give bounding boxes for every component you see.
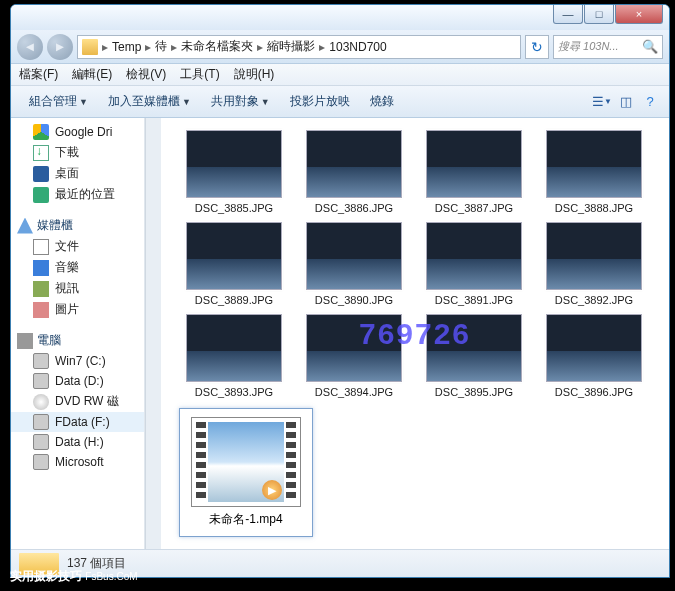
file-item[interactable]: DSC_3895.JPG (419, 314, 529, 398)
drive-icon (33, 414, 49, 430)
sidebar-item[interactable]: 下載 (11, 142, 144, 163)
sidebar-item[interactable]: FData (F:) (11, 412, 144, 432)
file-item-selected[interactable]: ▶ 未命名-1.mp4 (179, 408, 313, 537)
sidebar-item-label: Data (D:) (55, 374, 104, 388)
pc-icon (17, 333, 33, 349)
preview-pane-button[interactable]: ◫ (615, 91, 637, 113)
file-label: DSC_3890.JPG (299, 294, 409, 306)
menu-edit[interactable]: 編輯(E) (72, 66, 112, 83)
drive-icon (33, 454, 49, 470)
image-thumbnail (546, 314, 642, 382)
sidebar-item[interactable]: Data (D:) (11, 371, 144, 391)
sidebar-item[interactable]: 文件 (11, 236, 144, 257)
sidebar-item[interactable]: 音樂 (11, 257, 144, 278)
sidebar-item[interactable]: 圖片 (11, 299, 144, 320)
pic-icon (33, 302, 49, 318)
crumb[interactable]: Temp (108, 40, 145, 54)
breadcrumb[interactable]: ▸ Temp▸ 待▸ 未命名檔案夾▸ 縮時攝影▸ 103ND700 (77, 35, 521, 59)
back-button[interactable]: ◄ (17, 34, 43, 60)
forward-button[interactable]: ► (47, 34, 73, 60)
organize-button[interactable]: 組合管理▼ (19, 90, 98, 113)
body: Google Dri下載桌面最近的位置媒體櫃文件音樂視訊圖片電腦Win7 (C:… (11, 118, 669, 549)
menu-file[interactable]: 檔案(F) (19, 66, 58, 83)
maximize-button[interactable]: □ (584, 5, 614, 24)
file-item[interactable]: DSC_3891.JPG (419, 222, 529, 306)
doc-icon (33, 239, 49, 255)
file-item[interactable]: DSC_3892.JPG (539, 222, 649, 306)
sidebar-item-label: FData (F:) (55, 415, 110, 429)
sidebar-item[interactable]: Google Dri (11, 122, 144, 142)
sidebar-item-label: 最近的位置 (55, 186, 115, 203)
sidebar-item-label: 下載 (55, 144, 79, 161)
explorer-window: — □ × ◄ ► ▸ Temp▸ 待▸ 未命名檔案夾▸ 縮時攝影▸ 103ND… (10, 4, 670, 578)
content-pane[interactable]: DSC_3885.JPG DSC_3886.JPG DSC_3887.JPG D… (161, 118, 669, 549)
file-item[interactable]: DSC_3885.JPG (179, 130, 289, 214)
desk-icon (33, 166, 49, 182)
file-item[interactable]: DSC_3896.JPG (539, 314, 649, 398)
crumb[interactable]: 縮時攝影 (263, 38, 319, 55)
sidebar-header[interactable]: 媒體櫃 (11, 215, 144, 236)
video-thumbnail: ▶ (191, 417, 301, 507)
sidebar-item[interactable]: Microsoft (11, 452, 144, 472)
crumb[interactable]: 103ND700 (325, 40, 390, 54)
menu-help[interactable]: 說明(H) (234, 66, 275, 83)
sidebar-item-label: 音樂 (55, 259, 79, 276)
include-library-button[interactable]: 加入至媒體櫃▼ (98, 90, 201, 113)
file-label: DSC_3888.JPG (539, 202, 649, 214)
file-label: DSC_3889.JPG (179, 294, 289, 306)
sidebar-item-label: 視訊 (55, 280, 79, 297)
file-grid: DSC_3885.JPG DSC_3886.JPG DSC_3887.JPG D… (179, 130, 669, 398)
refresh-button[interactable]: ↻ (525, 35, 549, 59)
image-thumbnail (186, 314, 282, 382)
file-item[interactable]: DSC_3894.JPG (299, 314, 409, 398)
help-button[interactable]: ? (639, 91, 661, 113)
crumb[interactable]: 待 (151, 38, 171, 55)
sidebar-item[interactable]: 最近的位置 (11, 184, 144, 205)
file-label: DSC_3891.JPG (419, 294, 529, 306)
menu-view[interactable]: 檢視(V) (126, 66, 166, 83)
sidebar-item[interactable]: 視訊 (11, 278, 144, 299)
search-placeholder: 搜尋 103N... (558, 39, 619, 54)
image-thumbnail (306, 130, 402, 198)
sidebar-item-label: 圖片 (55, 301, 79, 318)
image-thumbnail (426, 222, 522, 290)
sidebar-scrollbar[interactable] (145, 118, 161, 549)
search-input[interactable]: 搜尋 103N... 🔍 (553, 35, 663, 59)
music-icon (33, 260, 49, 276)
file-item[interactable]: DSC_3890.JPG (299, 222, 409, 306)
video-icon (33, 281, 49, 297)
image-thumbnail (186, 222, 282, 290)
titlebar[interactable]: — □ × (11, 5, 669, 30)
share-button[interactable]: 共用對象▼ (201, 90, 280, 113)
burn-button[interactable]: 燒錄 (360, 90, 404, 113)
sidebar-item[interactable]: DVD RW 磁 (11, 391, 144, 412)
view-options-button[interactable]: ☰▼ (591, 91, 613, 113)
file-item[interactable]: DSC_3887.JPG (419, 130, 529, 214)
search-icon: 🔍 (642, 39, 658, 54)
gdrive-icon (33, 124, 49, 140)
sidebar-item[interactable]: 桌面 (11, 163, 144, 184)
menu-tools[interactable]: 工具(T) (180, 66, 219, 83)
minimize-button[interactable]: — (553, 5, 583, 24)
file-label: DSC_3886.JPG (299, 202, 409, 214)
image-thumbnail (546, 222, 642, 290)
menubar: 檔案(F) 編輯(E) 檢視(V) 工具(T) 說明(H) (11, 64, 669, 86)
file-item[interactable]: DSC_3893.JPG (179, 314, 289, 398)
drive-icon (33, 373, 49, 389)
file-item[interactable]: DSC_3888.JPG (539, 130, 649, 214)
sidebar-header[interactable]: 電腦 (11, 330, 144, 351)
file-label: DSC_3893.JPG (179, 386, 289, 398)
file-item[interactable]: DSC_3886.JPG (299, 130, 409, 214)
sidebar-item-label: Win7 (C:) (55, 354, 106, 368)
file-label: DSC_3885.JPG (179, 202, 289, 214)
file-label: DSC_3896.JPG (539, 386, 649, 398)
sidebar-item[interactable]: Data (H:) (11, 432, 144, 452)
close-button[interactable]: × (615, 5, 663, 24)
file-item[interactable]: DSC_3889.JPG (179, 222, 289, 306)
image-thumbnail (306, 222, 402, 290)
sidebar-item[interactable]: Win7 (C:) (11, 351, 144, 371)
sidebar-item-label: Data (H:) (55, 435, 104, 449)
recent-icon (33, 187, 49, 203)
slideshow-button[interactable]: 投影片放映 (280, 90, 360, 113)
crumb[interactable]: 未命名檔案夾 (177, 38, 257, 55)
